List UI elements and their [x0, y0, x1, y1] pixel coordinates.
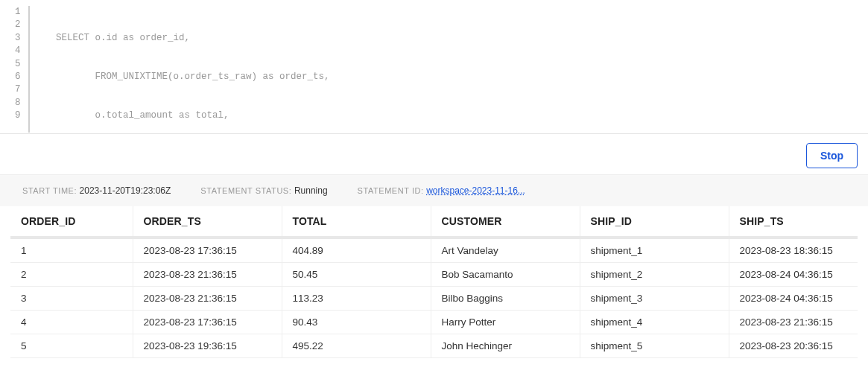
cell-customer: Bilbo Baggins: [431, 287, 580, 311]
results-container: ORDER_ID ORDER_TS TOTAL CUSTOMER SHIP_ID…: [0, 206, 868, 358]
cell-ship-ts: 2023-08-23 18:36:15: [729, 238, 858, 263]
line-number: 4: [15, 45, 19, 57]
table-row[interactable]: 2 2023-08-23 21:36:15 50.45 Bob Sacamant…: [10, 263, 858, 287]
cell-order-ts: 2023-08-23 21:36:15: [133, 287, 282, 311]
statement-id-link[interactable]: workspace-2023-11-16...: [426, 185, 525, 196]
line-number: 7: [15, 83, 19, 96]
line-number: 3: [15, 32, 19, 45]
cell-ship-id: shipment_5: [580, 334, 729, 358]
cell-total: 495.22: [282, 334, 431, 358]
cell-ship-ts: 2023-08-24 04:36:15: [729, 263, 858, 287]
statement-status-label: STATEMENT STATUS:: [200, 186, 291, 195]
cell-order-id: 2: [10, 263, 133, 287]
statement-status-group: STATEMENT STATUS: Running: [200, 185, 327, 196]
control-bar: Stop: [0, 134, 868, 174]
start-time-label: START TIME:: [22, 186, 77, 195]
cell-order-ts: 2023-08-23 17:36:15: [133, 311, 282, 334]
results-table: ORDER_ID ORDER_TS TOTAL CUSTOMER SHIP_ID…: [10, 206, 858, 358]
table-row[interactable]: 1 2023-08-23 17:36:15 404.89 Art Vandela…: [10, 238, 858, 263]
line-number: 2: [15, 19, 19, 31]
statement-id-group: STATEMENT ID: workspace-2023-11-16...: [358, 185, 525, 196]
start-time-group: START TIME: 2023-11-20T19:23:06Z: [22, 185, 171, 196]
cell-total: 50.45: [282, 263, 431, 287]
line-number-gutter: 1 2 3 4 5 6 7 8 9: [15, 6, 30, 133]
cell-ship-id: shipment_2: [580, 263, 729, 287]
cell-total: 404.89: [282, 238, 431, 263]
code-line: FROM_UNIXTIME(o.order_ts_raw) as order_t…: [56, 71, 868, 83]
cell-ship-ts: 2023-08-23 21:36:15: [729, 311, 858, 334]
cell-customer: Art Vandelay: [431, 238, 580, 263]
statement-id-label: STATEMENT ID:: [358, 186, 424, 195]
line-number: 6: [15, 71, 19, 83]
column-header-order-id[interactable]: ORDER_ID: [10, 206, 133, 238]
line-number: 9: [15, 109, 19, 122]
column-header-customer[interactable]: CUSTOMER: [431, 206, 580, 238]
cell-customer: Bob Sacamanto: [431, 263, 580, 287]
cell-customer: John Hechinger: [431, 334, 580, 358]
cell-customer: Harry Potter: [431, 311, 580, 334]
cell-order-ts: 2023-08-23 21:36:15: [133, 263, 282, 287]
table-row[interactable]: 3 2023-08-23 21:36:15 113.23 Bilbo Baggi…: [10, 287, 858, 311]
line-number: 8: [15, 97, 19, 109]
cell-ship-ts: 2023-08-23 20:36:15: [729, 334, 858, 358]
cell-ship-ts: 2023-08-24 04:36:15: [729, 287, 858, 311]
statement-status-value: Running: [294, 185, 328, 196]
status-bar: START TIME: 2023-11-20T19:23:06Z STATEME…: [0, 174, 868, 206]
table-row[interactable]: 5 2023-08-23 19:36:15 495.22 John Hechin…: [10, 334, 858, 358]
cell-order-ts: 2023-08-23 19:36:15: [133, 334, 282, 358]
line-number: 5: [15, 58, 19, 71]
cell-total: 90.43: [282, 311, 431, 334]
cell-order-id: 4: [10, 311, 133, 334]
cell-ship-id: shipment_3: [580, 287, 729, 311]
cell-order-id: 3: [10, 287, 133, 311]
line-number: 1: [15, 6, 19, 19]
column-header-ship-ts[interactable]: SHIP_TS: [729, 206, 858, 238]
code-line: o.total_amount as total,: [56, 109, 868, 122]
sql-editor[interactable]: 1 2 3 4 5 6 7 8 9 SELECT o.id as order_i…: [0, 0, 868, 134]
table-header-row: ORDER_ID ORDER_TS TOTAL CUSTOMER SHIP_ID…: [10, 206, 858, 238]
cell-order-id: 5: [10, 334, 133, 358]
cell-order-id: 1: [10, 238, 133, 263]
cell-total: 113.23: [282, 287, 431, 311]
start-time-value: 2023-11-20T19:23:06Z: [80, 185, 171, 196]
cell-ship-id: shipment_1: [580, 238, 729, 263]
code-line: SELECT o.id as order_id,: [56, 32, 868, 45]
table-row[interactable]: 4 2023-08-23 17:36:15 90.43 Harry Potter…: [10, 311, 858, 334]
column-header-total[interactable]: TOTAL: [282, 206, 431, 238]
cell-ship-id: shipment_4: [580, 311, 729, 334]
cell-order-ts: 2023-08-23 17:36:15: [133, 238, 282, 263]
stop-button[interactable]: Stop: [806, 143, 858, 168]
code-content[interactable]: SELECT o.id as order_id, FROM_UNIXTIME(o…: [56, 6, 868, 134]
column-header-ship-id[interactable]: SHIP_ID: [580, 206, 729, 238]
column-header-order-ts[interactable]: ORDER_TS: [133, 206, 282, 238]
